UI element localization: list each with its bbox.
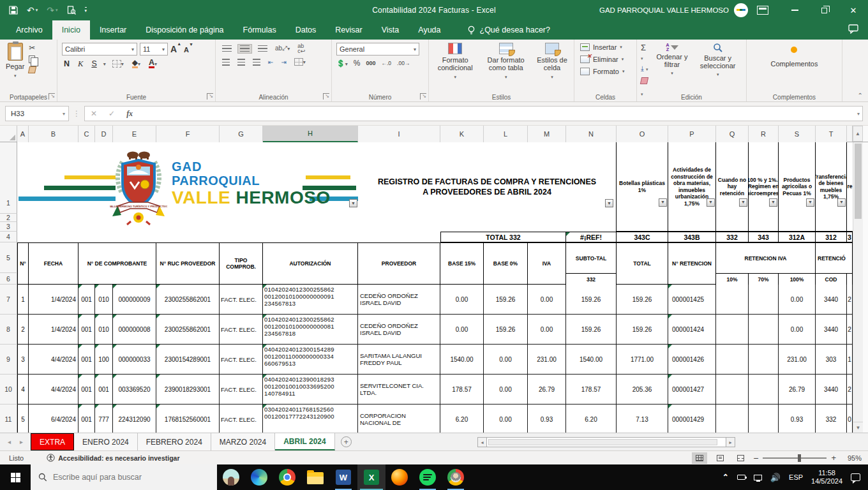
column-header-G[interactable]: G bbox=[220, 126, 263, 142]
cell-total[interactable]: 7.13 bbox=[617, 405, 668, 433]
paste-button[interactable]: Pegar ▾ bbox=[3, 41, 27, 91]
cell-styles-button[interactable]: Estilos de celda ▾ bbox=[533, 41, 571, 91]
insert-function-icon[interactable]: fx bbox=[121, 109, 138, 119]
scroll-down-icon[interactable]: ▼ bbox=[853, 422, 863, 433]
cell-ret70[interactable] bbox=[749, 285, 779, 315]
cell-next[interactable]: 1 bbox=[847, 345, 853, 375]
find-select-button[interactable]: Buscar y seleccionar ▾ bbox=[692, 41, 744, 91]
cell-ruc[interactable]: 2390018293001 bbox=[156, 375, 220, 405]
cell-n[interactable]: 2 bbox=[17, 315, 29, 345]
header-cod[interactable]: COD bbox=[816, 274, 847, 285]
column-header-B[interactable]: B bbox=[29, 126, 79, 142]
header-base15[interactable]: BASE 15% bbox=[440, 243, 484, 285]
filter-dropdown-icon[interactable]: ▼ bbox=[659, 198, 667, 207]
cell-n[interactable]: 3 bbox=[17, 345, 29, 375]
task-view-themed-icon[interactable] bbox=[217, 464, 245, 490]
tray-clock[interactable]: 11:58 14/5/2024 bbox=[811, 469, 842, 486]
currency-format-icon[interactable]: 💲▾ bbox=[336, 59, 348, 68]
ribbon-tab-datos[interactable]: Datos bbox=[286, 20, 326, 40]
new-sheet-button[interactable]: + bbox=[341, 436, 352, 447]
cell-subtotal[interactable]: 159.26 bbox=[566, 315, 617, 345]
decrease-font-icon[interactable]: A▼ bbox=[184, 45, 193, 54]
header-retencion-iva[interactable]: RETENCION IVA bbox=[716, 243, 816, 274]
ribbon-display-options-icon[interactable] bbox=[757, 6, 768, 15]
header-tipo[interactable]: TIPO COMPROB. bbox=[220, 243, 263, 285]
dialog-launcher-icon[interactable]: ↘ bbox=[420, 93, 426, 100]
cell-n_retencion[interactable]: 000001426 bbox=[668, 345, 716, 375]
ribbon-tab-insertar[interactable]: Insertar bbox=[90, 20, 136, 40]
restore-button[interactable] bbox=[809, 0, 839, 20]
cell-total[interactable]: 159.26 bbox=[617, 285, 668, 315]
undo-icon[interactable]: ↶▾ bbox=[27, 5, 38, 15]
header-cell-sin-retencion[interactable]: Cuando no hay retención▼ bbox=[716, 142, 749, 232]
cell-autorizacion[interactable]: 01042024012300255862 0012001010000000009… bbox=[263, 285, 358, 315]
cell-base0[interactable]: 159.26 bbox=[484, 285, 528, 315]
cell-estab[interactable]: 001 bbox=[79, 315, 95, 345]
print-preview-icon[interactable] bbox=[67, 6, 76, 15]
column-header-R[interactable]: R bbox=[749, 126, 779, 142]
column-header-H[interactable]: H bbox=[263, 126, 358, 142]
file-explorer-icon[interactable] bbox=[301, 464, 329, 490]
scroll-right-icon[interactable]: ▸ bbox=[726, 437, 735, 447]
cell-cod[interactable]: 332 bbox=[816, 405, 847, 433]
ref-error-cell[interactable]: #¡REF! bbox=[566, 232, 617, 242]
cell-ret100[interactable]: 0.93 bbox=[779, 405, 816, 433]
avatar[interactable] bbox=[734, 3, 748, 17]
decrease-indent-icon[interactable]: ⇤ bbox=[266, 58, 275, 66]
row-header-9[interactable]: 9 bbox=[0, 345, 17, 375]
cell-next[interactable]: 2 bbox=[847, 375, 853, 405]
align-bottom-icon[interactable] bbox=[256, 45, 269, 53]
zoom-out-icon[interactable]: − bbox=[753, 453, 758, 463]
sheet-tab-febrero-2024[interactable]: FEBRERO 2024 bbox=[138, 433, 211, 450]
select-all-corner[interactable] bbox=[0, 126, 17, 142]
tray-language[interactable]: ESP bbox=[789, 473, 803, 481]
filter-dropdown-icon[interactable]: ▼ bbox=[769, 198, 777, 207]
cell-ret10[interactable] bbox=[716, 375, 749, 405]
redo-icon[interactable]: ↷▾ bbox=[47, 5, 57, 15]
ribbon-tab-revisar[interactable]: Revisar bbox=[326, 20, 371, 40]
increase-indent-icon[interactable]: ⇥ bbox=[279, 58, 288, 66]
zoom-in-icon[interactable]: + bbox=[831, 453, 836, 463]
decrease-decimal-icon[interactable]: .00→ bbox=[397, 60, 410, 66]
code-cell-343c[interactable]: 343C bbox=[617, 232, 668, 242]
zoom-slider[interactable] bbox=[763, 457, 827, 459]
dialog-launcher-icon[interactable]: ↘ bbox=[49, 93, 55, 100]
underline-button[interactable]: S bbox=[89, 59, 98, 68]
row-header-8[interactable]: 8 bbox=[0, 315, 17, 345]
ribbon-tab-vista[interactable]: Vista bbox=[372, 20, 409, 40]
cell-punto[interactable]: 010 bbox=[95, 285, 113, 315]
align-center-icon[interactable] bbox=[236, 58, 247, 66]
cell-tipo[interactable]: FACT. ELEC. bbox=[220, 345, 263, 375]
cell-n_retencion[interactable]: 000001425 bbox=[668, 285, 716, 315]
cell-estab[interactable]: 001 bbox=[79, 285, 95, 315]
cell-fecha[interactable]: 1/4/2024 bbox=[29, 285, 79, 315]
column-header-I[interactable]: I bbox=[358, 126, 440, 142]
cell-estab[interactable]: 001 bbox=[79, 405, 95, 433]
cell-base0[interactable]: 0.00 bbox=[484, 405, 528, 433]
header-total[interactable]: TOTAL bbox=[617, 243, 668, 285]
cell-proveedor[interactable]: CEDEÑO ORDOÑEZ ISRAEL DAVID bbox=[358, 315, 440, 345]
cell-iva[interactable]: 0.93 bbox=[528, 405, 566, 433]
header-iva[interactable]: IVA bbox=[528, 243, 566, 285]
header-fecha[interactable]: FECHA bbox=[29, 243, 79, 285]
sheet-tab-abril-2024[interactable]: ABRIL 2024 bbox=[275, 433, 334, 450]
spotify-icon[interactable] bbox=[414, 464, 442, 490]
cell-ret10[interactable] bbox=[716, 405, 749, 433]
align-right-icon[interactable] bbox=[251, 58, 262, 66]
cell-cod[interactable]: 3440 bbox=[816, 315, 847, 345]
ribbon-tab-disposición-de-página[interactable]: Disposición de página bbox=[136, 20, 233, 40]
row-header-10[interactable]: 10 bbox=[0, 375, 17, 405]
header-ret100[interactable]: 100% bbox=[779, 274, 816, 285]
close-button[interactable]: ✕ bbox=[839, 0, 868, 20]
italic-button[interactable]: K bbox=[76, 59, 85, 69]
header-base0[interactable]: BASE 0% bbox=[484, 243, 528, 285]
cell-tipo[interactable]: FACT. ELEC. bbox=[220, 315, 263, 345]
header-n-retencion[interactable]: N° RETENCION bbox=[668, 243, 716, 285]
code-cell-312[interactable]: 312 bbox=[816, 232, 847, 242]
ribbon-tab-fórmulas[interactable]: Fórmulas bbox=[234, 20, 286, 40]
normal-view-icon[interactable] bbox=[692, 452, 707, 464]
cancel-icon[interactable]: ✕ bbox=[85, 109, 103, 118]
cell-n_retencion[interactable]: 000001429 bbox=[668, 405, 716, 433]
minimize-button[interactable] bbox=[780, 0, 809, 20]
logo-cell[interactable]: VALLE HERMOSO TURÍSTICO Y PRODUCTIVO GAD… bbox=[17, 142, 358, 232]
